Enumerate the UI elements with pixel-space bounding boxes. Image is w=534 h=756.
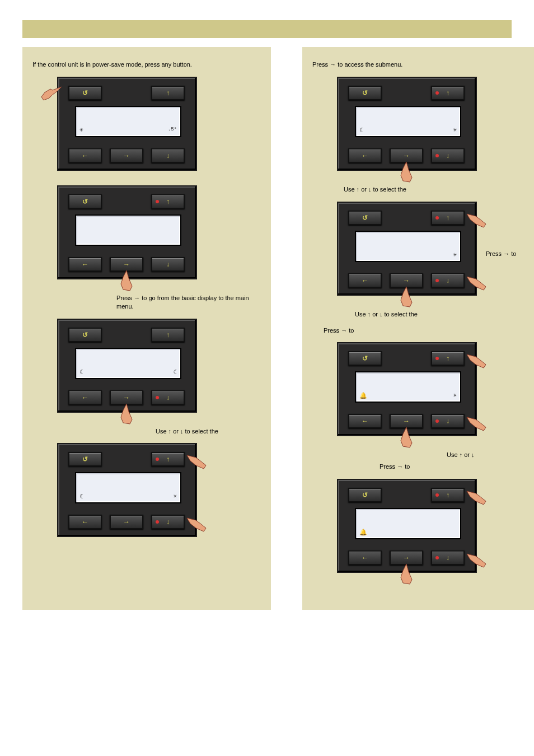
right-button[interactable]: → [110,148,143,163]
lcd-br: .5° [168,127,177,134]
down-button[interactable]: ↓ [151,390,185,405]
lcd-display: 🔔☀ [355,371,461,403]
up-button[interactable]: ↑ [151,328,185,342]
back-button[interactable]: ↺ [68,194,102,209]
right-button[interactable]: → [390,414,423,428]
left-arrow-icon: ← [69,150,101,162]
right-arrow-icon: → [391,552,422,564]
clock-icon: ☾ [79,368,83,376]
lcd-display: ☀ [355,231,461,262]
back-button[interactable]: ↺ [68,86,102,100]
left-button[interactable]: ← [348,148,382,163]
left-button[interactable]: ← [68,515,102,529]
sun-icon: ☀ [79,127,83,134]
back-button[interactable]: ↺ [348,86,382,100]
step8a-text: Use ↑ or ↓ [447,451,534,459]
bell-icon: 🔔 [359,392,367,399]
right-button[interactable]: → [110,390,143,405]
lcd-display [75,214,181,246]
hand-icon [186,449,208,471]
back-button[interactable]: ↺ [68,452,102,466]
down-button[interactable]: ↓ [151,148,185,163]
back-icon: ↺ [69,329,101,341]
control-panel-6: ↺ ↑ ☀ ← → ↓ [337,202,477,296]
back-button[interactable]: ↺ [68,328,102,342]
down-arrow-icon: ↓ [152,391,184,404]
left-button[interactable]: ← [68,257,102,272]
sun-icon: ☀ [453,251,457,259]
up-button[interactable]: ↑ [431,86,465,100]
up-arrow-icon: ↑ [432,489,463,501]
right-button[interactable]: → [110,515,143,529]
down-button[interactable]: ↓ [431,148,465,163]
left-arrow-icon: ← [349,150,381,162]
back-icon: ↺ [349,212,381,224]
right-arrow-icon: → [391,274,422,287]
left-button[interactable]: ← [348,550,382,565]
down-button[interactable]: ↓ [431,414,465,428]
right-arrow-icon: → [111,258,142,270]
hand-icon [466,410,488,433]
left-button[interactable]: ← [68,390,102,405]
right-arrow-icon: → [111,391,142,404]
control-panel-4: ↺ ↑ ☾☀ ← → ↓ [57,443,197,537]
control-panel-7: ↺ ↑ 🔔☀ ← → ↓ [337,342,477,436]
lcd-display: ☾☀ [75,472,181,503]
down-button[interactable]: ↓ [431,273,465,288]
right-button[interactable]: → [390,550,423,565]
left-arrow-icon: ← [69,258,101,270]
right-arrow-icon: → [111,150,142,162]
left-button[interactable]: ← [348,273,382,288]
back-button[interactable]: ↺ [348,351,382,366]
down-button[interactable]: ↓ [151,515,185,529]
left-arrow-icon: ← [349,274,381,287]
lcd-display: ☀.5° [75,106,181,137]
section-header [22,20,512,38]
control-panel-2: ↺ ↑ ← → ↓ [57,185,197,279]
left-button[interactable]: ← [68,148,102,163]
hand-icon [466,348,488,370]
right-arrow-icon: → [111,516,142,528]
step4-intro: Use ↑ or ↓ to select the [156,427,261,436]
up-arrow-icon: ↑ [152,87,184,99]
up-arrow-icon: ↑ [432,212,463,224]
step5b-text: Use ↑ or ↓ to select the [344,185,534,194]
step7-text: Press → to [324,326,534,335]
hand-icon [466,547,488,570]
up-button[interactable]: ↑ [431,351,465,366]
hand-icon [466,484,488,507]
back-icon: ↺ [349,87,381,99]
right-button[interactable]: → [110,257,143,272]
control-panel-5: ↺ ↑ ☾☀ ← → ↓ [337,77,477,171]
up-arrow-icon: ↑ [432,352,463,365]
down-arrow-icon: ↓ [432,552,463,564]
right-arrow-icon: → [391,415,422,427]
down-button[interactable]: ↓ [151,257,185,272]
left-arrow-icon: ← [349,552,381,564]
hand-icon [40,81,63,104]
down-arrow-icon: ↓ [432,415,463,427]
lcd-display: 🔔 [355,508,461,539]
hand-icon [466,270,488,292]
right-button[interactable]: → [390,148,423,163]
up-button[interactable]: ↑ [431,488,465,502]
hand-icon [395,161,418,183]
down-arrow-icon: ↓ [152,516,184,528]
clock-icon: ☾ [359,127,363,134]
down-arrow-icon: ↓ [432,150,463,162]
left-column: If the control unit is in power-save mod… [22,47,271,610]
right-button[interactable]: → [390,273,423,288]
sun-icon: ☀ [453,392,457,399]
up-button[interactable]: ↑ [151,86,185,100]
back-button[interactable]: ↺ [348,488,382,502]
step5a-text: Press → to access the submenu. [312,60,534,69]
up-button[interactable]: ↑ [431,211,465,225]
down-button[interactable]: ↓ [431,550,465,565]
up-arrow-icon: ↑ [432,87,463,99]
up-button[interactable]: ↑ [151,194,185,209]
back-button[interactable]: ↺ [348,211,382,225]
down-arrow-icon: ↓ [432,274,463,287]
sun-icon: ☀ [453,127,457,134]
up-button[interactable]: ↑ [151,452,185,466]
left-button[interactable]: ← [348,414,382,428]
